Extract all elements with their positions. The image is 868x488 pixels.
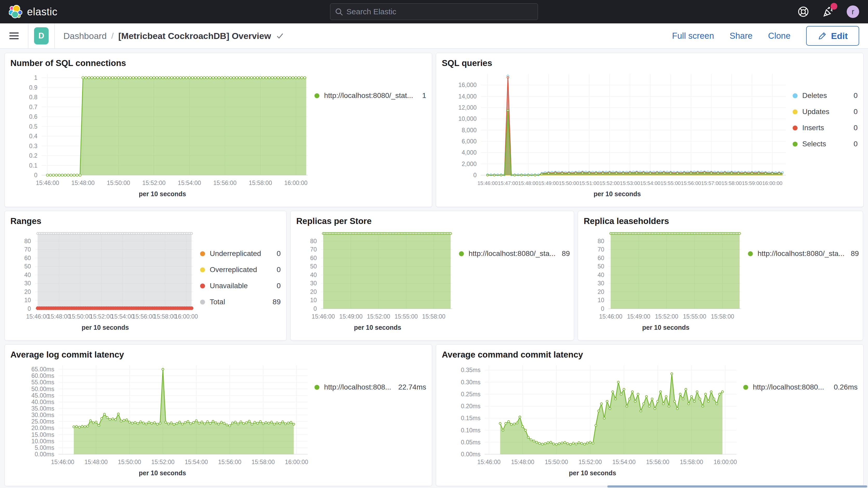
breadcrumb-dashboard[interactable]: Dashboard	[63, 31, 106, 41]
chart-plot: 15:46:0015:47:0015:48:0015:49:0015:50:00…	[442, 70, 793, 190]
legend-label: Unavailable	[210, 282, 248, 290]
legend-item[interactable]: Updates0	[793, 108, 858, 116]
svg-text:15:48:00: 15:48:00	[518, 180, 538, 186]
newsfeed-icon[interactable]	[822, 5, 834, 18]
svg-text:15:56:00: 15:56:00	[646, 459, 670, 465]
svg-text:45.00ms: 45.00ms	[31, 392, 54, 399]
svg-text:16:00:00: 16:00:00	[762, 180, 782, 186]
svg-text:16,000: 16,000	[458, 82, 476, 88]
legend-item[interactable]: Deletes0	[793, 91, 858, 100]
svg-text:15:48:00: 15:48:00	[511, 459, 534, 465]
x-axis-title: per 10 seconds	[10, 190, 314, 202]
series-color-dot	[200, 251, 205, 256]
svg-text:15:59:00: 15:59:00	[742, 180, 762, 186]
elastic-logo-icon[interactable]	[9, 5, 22, 19]
horizontal-scrollbar-thumb[interactable]	[607, 485, 867, 487]
svg-text:15:52:00: 15:52:00	[655, 313, 678, 320]
svg-text:15:50:00: 15:50:00	[118, 459, 141, 465]
series-color-dot	[793, 142, 798, 147]
panel-title: Average command commit latency	[442, 349, 858, 360]
panel-title: Replica leaseholders	[584, 216, 857, 226]
search-input[interactable]	[330, 3, 538, 20]
clone-button[interactable]: Clone	[768, 31, 790, 41]
svg-text:12,000: 12,000	[458, 104, 476, 111]
legend-item[interactable]: Underreplicated0	[200, 249, 281, 258]
svg-text:0.15ms: 0.15ms	[461, 415, 480, 422]
svg-text:65.00ms: 65.00ms	[31, 366, 54, 373]
svg-text:10: 10	[24, 297, 31, 304]
panel-number-of-sql-connections: Number of SQL connections 15:46:0015:48:…	[4, 53, 432, 207]
svg-text:15:48:00: 15:48:00	[85, 459, 108, 465]
legend-item[interactable]: http://localhost:8080/_sta...89	[459, 249, 568, 258]
svg-text:30: 30	[24, 280, 31, 286]
svg-text:30: 30	[310, 280, 317, 286]
user-avatar[interactable]: r	[847, 5, 859, 18]
svg-text:80: 80	[597, 238, 604, 245]
svg-text:60: 60	[597, 255, 604, 262]
svg-text:15:52:00: 15:52:00	[151, 459, 175, 465]
share-button[interactable]: Share	[730, 31, 752, 41]
x-axis-title: per 10 seconds	[584, 324, 748, 336]
legend-item[interactable]: Inserts0	[793, 124, 858, 132]
legend-item[interactable]: http://localhost:8080...0.26ms	[743, 383, 858, 391]
svg-text:0.8: 0.8	[29, 94, 37, 100]
menu-icon[interactable]	[0, 31, 28, 41]
svg-text:15:58:00: 15:58:00	[680, 459, 703, 465]
svg-text:50: 50	[24, 263, 31, 270]
svg-text:15:57:00: 15:57:00	[701, 180, 721, 186]
x-axis-title: per 10 seconds	[10, 324, 200, 336]
legend-item[interactable]: http://localhost:8080/_stat...1	[314, 91, 426, 100]
svg-text:50.00ms: 50.00ms	[31, 386, 54, 392]
legend-item[interactable]: Unavailable0	[200, 282, 281, 290]
legend-item[interactable]: Selects0	[793, 140, 858, 148]
legend-item[interactable]: http://localhost:8080/_sta...89	[748, 249, 857, 258]
svg-text:80: 80	[310, 238, 317, 245]
svg-text:15:55:00: 15:55:00	[395, 313, 418, 320]
svg-text:16:00:00: 16:00:00	[284, 180, 308, 186]
svg-text:0: 0	[601, 305, 604, 312]
svg-text:15:58:00: 15:58:00	[252, 459, 275, 465]
check-icon[interactable]	[276, 31, 285, 40]
dashboard-badge[interactable]: D	[34, 27, 49, 44]
svg-text:16:00:00: 16:00:00	[714, 459, 737, 465]
svg-text:60.00ms: 60.00ms	[31, 372, 54, 379]
chart-legend: http://localhost:808...22.74ms	[314, 361, 426, 481]
svg-text:15:58:00: 15:58:00	[422, 313, 445, 320]
breadcrumb-separator: /	[111, 31, 114, 41]
svg-text:40.00ms: 40.00ms	[31, 399, 54, 405]
svg-text:4,000: 4,000	[462, 149, 476, 156]
legend-item[interactable]: http://localhost:808...22.74ms	[314, 383, 426, 391]
svg-text:0: 0	[34, 172, 37, 179]
panel-title: Average log commit latency	[10, 349, 426, 360]
dashboard-toolbar: D Dashboard / [Metricbeat CockroachDB] O…	[0, 23, 868, 49]
search-icon	[335, 7, 344, 17]
svg-text:50: 50	[597, 263, 604, 270]
help-icon[interactable]	[797, 6, 809, 18]
legend-value: 89	[845, 249, 859, 258]
legend-item[interactable]: Total89	[200, 298, 281, 306]
brand: elastic	[9, 5, 118, 19]
legend-item[interactable]: Overreplicated0	[200, 266, 281, 274]
svg-text:0.10ms: 0.10ms	[461, 427, 480, 434]
svg-text:15:56:00: 15:56:00	[213, 180, 237, 186]
series-color-dot	[743, 385, 748, 390]
chart-legend: Deletes0Updates0Inserts0Selects0	[793, 70, 858, 202]
svg-text:15:58:00: 15:58:00	[721, 180, 742, 186]
svg-text:15:46:00: 15:46:00	[477, 459, 500, 465]
series-color-dot	[200, 267, 205, 272]
dashboard-grid: Number of SQL connections 15:46:0015:48:…	[0, 49, 868, 486]
legend-label: Underreplicated	[210, 249, 261, 258]
edit-button[interactable]: Edit	[806, 26, 859, 46]
panel-title: SQL queries	[442, 58, 858, 69]
panel-title: Number of SQL connections	[10, 58, 426, 69]
chart-plot: 15:46:0015:48:0015:50:0015:52:0015:54:00…	[10, 70, 314, 190]
full-screen-button[interactable]: Full screen	[672, 31, 714, 41]
svg-text:0: 0	[28, 305, 31, 312]
x-axis-title: per 10 seconds	[442, 190, 793, 202]
svg-text:15:54:00: 15:54:00	[640, 180, 660, 186]
svg-text:15:50:00: 15:50:00	[545, 459, 568, 465]
panel-title: Replicas per Store	[296, 216, 568, 226]
svg-text:0.9: 0.9	[29, 84, 37, 91]
legend-label: http://localhost:8080/_stat...	[324, 91, 413, 100]
svg-text:15:46:00: 15:46:00	[26, 313, 50, 320]
